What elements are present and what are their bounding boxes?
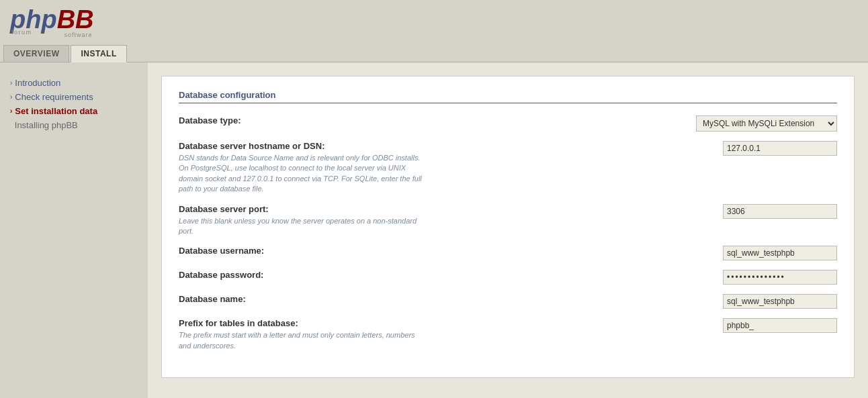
logo: phpBB forum software bbox=[10, 7, 94, 40]
field-label-db-name: Database name: bbox=[179, 294, 424, 304]
form-row-db-type: Database type: MySQL with MySQLi Extensi… bbox=[179, 115, 837, 132]
form-input-col: MySQL with MySQLi Extension MySQL Postgr… bbox=[434, 115, 837, 132]
tab-install[interactable]: INSTALL bbox=[71, 45, 126, 62]
sidebar-item-set-installation-data[interactable]: › Set installation data bbox=[7, 104, 141, 118]
field-label-db-port: Database server port: bbox=[179, 204, 424, 214]
content-area: Database configuration Database type: My… bbox=[148, 62, 868, 398]
sidebar-item-check-requirements[interactable]: › Check requirements bbox=[7, 90, 141, 104]
form-label-col: Database server port: Leave this blank u… bbox=[179, 204, 434, 237]
field-hint-db-hostname: DSN stands for Data Source Name and is r… bbox=[179, 153, 424, 195]
logo-forum-text: forum bbox=[11, 30, 32, 40]
header: phpBB forum software bbox=[0, 0, 868, 40]
form-row-db-password: Database password: bbox=[179, 270, 837, 285]
sidebar-item-label: Installing phpBB bbox=[15, 120, 78, 130]
tab-overview[interactable]: OVERVIEW bbox=[3, 45, 69, 62]
form-label-col: Database type: bbox=[179, 115, 434, 128]
form-row-db-port: Database server port: Leave this blank u… bbox=[179, 204, 837, 237]
field-label-db-username: Database username: bbox=[179, 246, 424, 256]
main-layout: › Introduction › Check requirements › Se… bbox=[0, 62, 868, 398]
field-label-db-hostname: Database server hostname or DSN: bbox=[179, 141, 424, 151]
section-title: Database configuration bbox=[179, 90, 837, 103]
db-port-input[interactable] bbox=[723, 204, 837, 219]
db-password-input[interactable] bbox=[723, 270, 837, 285]
sidebar: › Introduction › Check requirements › Se… bbox=[0, 62, 148, 398]
db-name-input[interactable] bbox=[723, 294, 837, 309]
form-panel: Database configuration Database type: My… bbox=[161, 76, 855, 378]
form-input-col bbox=[434, 294, 837, 309]
arrow-icon: › bbox=[10, 79, 12, 87]
logo-text-area: phpBB forum software bbox=[10, 7, 94, 40]
form-input-col bbox=[434, 270, 837, 285]
form-label-col: Database server hostname or DSN: DSN sta… bbox=[179, 141, 434, 195]
db-username-input[interactable] bbox=[723, 246, 837, 260]
form-row-db-hostname: Database server hostname or DSN: DSN sta… bbox=[179, 141, 837, 195]
form-input-col bbox=[434, 141, 837, 156]
db-hostname-input[interactable] bbox=[723, 141, 837, 156]
sidebar-item-label: Check requirements bbox=[15, 92, 93, 102]
form-row-db-prefix: Prefix for tables in database: The prefi… bbox=[179, 318, 837, 351]
submit-row: Submit bbox=[161, 391, 855, 398]
form-input-col bbox=[434, 204, 837, 219]
sidebar-item-introduction[interactable]: › Introduction bbox=[7, 76, 141, 90]
form-row-db-name: Database name: bbox=[179, 294, 837, 309]
db-type-select[interactable]: MySQL with MySQLi Extension MySQL Postgr… bbox=[696, 115, 837, 132]
db-prefix-input[interactable] bbox=[723, 318, 837, 333]
form-input-col bbox=[434, 246, 837, 260]
form-label-col: Prefix for tables in database: The prefi… bbox=[179, 318, 434, 351]
nav-tabs: OVERVIEW INSTALL bbox=[0, 45, 868, 62]
form-label-col: Database username: bbox=[179, 246, 434, 258]
arrow-icon: › bbox=[10, 107, 12, 115]
field-hint-db-port: Leave this blank unless you know the ser… bbox=[179, 216, 424, 237]
field-label-db-type: Database type: bbox=[179, 115, 424, 126]
form-input-col bbox=[434, 318, 837, 333]
field-hint-db-prefix: The prefix must start with a letter and … bbox=[179, 330, 424, 351]
form-label-col: Database name: bbox=[179, 294, 434, 306]
sidebar-item-label: Introduction bbox=[15, 78, 60, 88]
field-label-db-password: Database password: bbox=[179, 270, 424, 280]
form-row-db-username: Database username: bbox=[179, 246, 837, 260]
form-label-col: Database password: bbox=[179, 270, 434, 282]
sidebar-item-installing-phpbb: Installing phpBB bbox=[7, 118, 141, 132]
field-label-db-prefix: Prefix for tables in database: bbox=[179, 318, 424, 328]
sidebar-item-label: Set installation data bbox=[15, 106, 97, 116]
logo-software-text: software bbox=[64, 32, 93, 38]
arrow-icon: › bbox=[10, 93, 12, 101]
arrow-icon bbox=[10, 121, 12, 129]
